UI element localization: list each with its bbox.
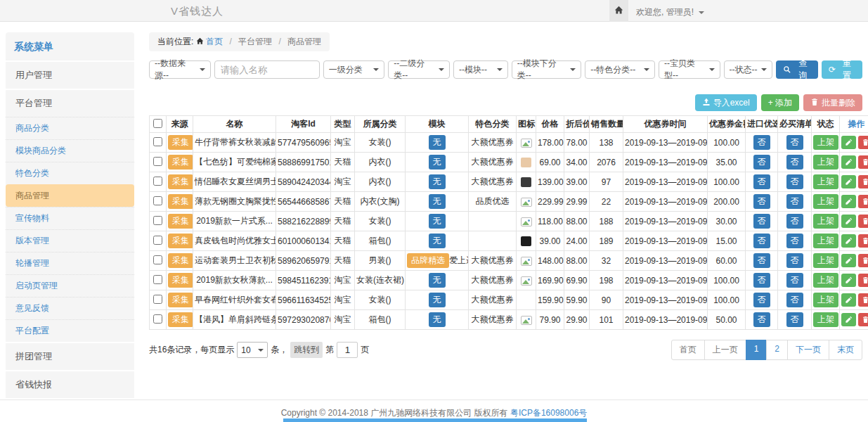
- edit-button[interactable]: [841, 155, 856, 169]
- sidebar-subitem-宣传物料[interactable]: 宣传物料: [6, 207, 134, 229]
- reset-button[interactable]: ⟳重置: [822, 60, 862, 79]
- row-checkbox[interactable]: [153, 137, 162, 146]
- row-checkbox[interactable]: [153, 177, 162, 186]
- must-buy-badge[interactable]: 否: [786, 293, 803, 307]
- source-badge[interactable]: 采集: [168, 155, 193, 170]
- sidebar-subitem-轮播管理[interactable]: 轮播管理: [6, 252, 134, 274]
- edit-button[interactable]: [841, 274, 856, 287]
- edit-button[interactable]: [841, 254, 856, 267]
- delete-button[interactable]: [858, 195, 868, 208]
- row-checkbox[interactable]: [153, 275, 162, 284]
- source-badge[interactable]: 采集: [168, 135, 193, 150]
- per-page-select[interactable]: 10: [237, 342, 268, 358]
- delete-button[interactable]: [858, 155, 868, 169]
- page-button-2[interactable]: 2: [766, 340, 788, 360]
- add-button[interactable]: + 添加: [761, 94, 799, 111]
- status-badge[interactable]: 上架: [813, 155, 838, 170]
- module-badge[interactable]: 无: [429, 312, 446, 327]
- select-all-checkbox[interactable]: [153, 119, 162, 128]
- must-buy-badge[interactable]: 否: [786, 135, 803, 150]
- source-badge[interactable]: 采集: [168, 312, 193, 327]
- source-badge[interactable]: 采集: [168, 194, 193, 209]
- query-button[interactable]: 查询: [776, 60, 818, 79]
- source-badge[interactable]: 采集: [168, 214, 193, 229]
- import-select-badge[interactable]: 否: [753, 214, 770, 229]
- icp-link[interactable]: 粤ICP备16098006号: [510, 408, 587, 418]
- status-badge[interactable]: 上架: [813, 312, 838, 327]
- import-select-badge[interactable]: 否: [753, 273, 770, 288]
- sidebar-item-平台管理[interactable]: 平台管理: [6, 89, 134, 117]
- must-buy-badge[interactable]: 否: [786, 155, 803, 170]
- sidebar-subitem-平台配置[interactable]: 平台配置: [6, 319, 134, 342]
- edit-button[interactable]: [841, 313, 856, 326]
- module-badge[interactable]: 无: [429, 155, 446, 170]
- delete-button[interactable]: [858, 274, 868, 287]
- sidebar-subitem-启动页管理[interactable]: 启动页管理: [6, 274, 134, 297]
- source-badge[interactable]: 采集: [168, 234, 193, 248]
- status-badge[interactable]: 上架: [813, 253, 838, 268]
- import-select-badge[interactable]: 否: [753, 194, 770, 209]
- page-button-1[interactable]: 1: [746, 340, 767, 360]
- delete-button[interactable]: [858, 313, 868, 326]
- import-select-badge[interactable]: 否: [753, 135, 770, 150]
- row-checkbox[interactable]: [153, 196, 162, 205]
- edit-button[interactable]: [841, 234, 856, 248]
- sidebar-subitem-意见反馈[interactable]: 意见反馈: [6, 297, 134, 319]
- module-badge[interactable]: 无: [429, 174, 446, 189]
- module-badge[interactable]: 无: [429, 194, 446, 209]
- breadcrumb-home-link[interactable]: 首页: [206, 37, 223, 46]
- delete-button[interactable]: [858, 175, 868, 188]
- edit-button[interactable]: [841, 175, 856, 188]
- edit-button[interactable]: [841, 136, 856, 149]
- must-buy-badge[interactable]: 否: [786, 234, 803, 248]
- source-badge[interactable]: 采集: [168, 293, 193, 307]
- must-buy-badge[interactable]: 否: [786, 194, 803, 209]
- import-select-badge[interactable]: 否: [753, 293, 770, 307]
- filter-select-状态[interactable]: --状态--: [724, 60, 773, 79]
- status-badge[interactable]: 上架: [813, 194, 838, 209]
- status-badge[interactable]: 上架: [813, 273, 838, 288]
- row-checkbox[interactable]: [153, 216, 162, 225]
- delete-button[interactable]: [858, 215, 868, 228]
- delete-button[interactable]: [858, 254, 868, 267]
- edit-button[interactable]: [841, 293, 856, 307]
- sidebar-item-拼团管理[interactable]: 拼团管理: [6, 342, 134, 370]
- source-badge[interactable]: 采集: [168, 273, 193, 288]
- status-badge[interactable]: 上架: [813, 174, 838, 189]
- edit-button[interactable]: [841, 215, 856, 228]
- module-badge[interactable]: 无: [429, 214, 446, 229]
- delete-button[interactable]: [858, 136, 868, 149]
- sidebar-item-省钱快报[interactable]: 省钱快报: [6, 370, 134, 398]
- sidebar-subitem-商品管理[interactable]: 商品管理: [6, 184, 134, 207]
- sidebar-subitem-模块商品分类[interactable]: 模块商品分类: [6, 139, 134, 162]
- row-checkbox[interactable]: [153, 157, 162, 166]
- module-badge[interactable]: 无: [429, 135, 446, 150]
- import-excel-button[interactable]: 导入excel: [695, 94, 757, 111]
- sidebar-subitem-特色分类[interactable]: 特色分类: [6, 162, 134, 184]
- import-select-badge[interactable]: 否: [753, 234, 770, 248]
- page-button-末页[interactable]: 末页: [829, 340, 862, 360]
- must-buy-badge[interactable]: 否: [786, 312, 803, 327]
- row-checkbox[interactable]: [153, 255, 162, 264]
- must-buy-badge[interactable]: 否: [786, 174, 803, 189]
- import-select-badge[interactable]: 否: [753, 155, 770, 170]
- edit-button[interactable]: [841, 195, 856, 208]
- import-select-badge[interactable]: 否: [753, 174, 770, 189]
- import-select-badge[interactable]: 否: [753, 253, 770, 268]
- filter-select-宝贝类型[interactable]: --宝贝类型--: [659, 60, 720, 79]
- name-search-input[interactable]: [214, 60, 320, 79]
- user-menu[interactable]: 欢迎您, 管理员!: [636, 6, 704, 18]
- row-checkbox[interactable]: [153, 236, 162, 245]
- filter-select-模块下分类[interactable]: --模块下分类--: [512, 60, 582, 79]
- batch-delete-button[interactable]: 批量删除: [803, 94, 862, 111]
- delete-button[interactable]: [858, 234, 868, 248]
- sidebar-item-用户管理[interactable]: 用户管理: [6, 60, 134, 89]
- filter-select-特色分类[interactable]: --特色分类--: [585, 60, 655, 79]
- sidebar-subitem-商品分类[interactable]: 商品分类: [6, 117, 134, 139]
- source-badge[interactable]: 采集: [168, 253, 193, 268]
- module-badge[interactable]: 无: [429, 273, 446, 288]
- page-button-下一页[interactable]: 下一页: [787, 340, 829, 360]
- status-badge[interactable]: 上架: [813, 293, 838, 307]
- module-badge[interactable]: 品牌精选: [407, 253, 449, 268]
- filter-select-数据来源[interactable]: --数据来源--: [149, 60, 211, 79]
